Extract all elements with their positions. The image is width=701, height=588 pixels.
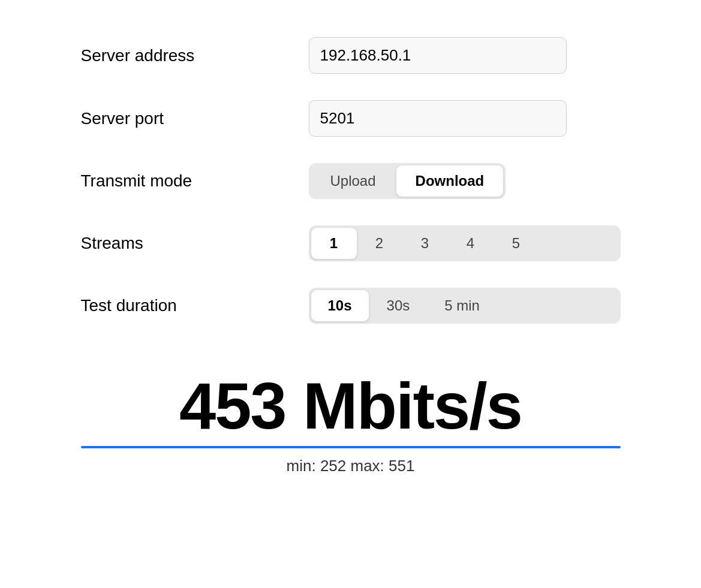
test-duration-row: Test duration 10s 30s 5 min bbox=[81, 275, 621, 337]
stream-5-button[interactable]: 5 bbox=[494, 228, 539, 259]
test-duration-label: Test duration bbox=[81, 296, 309, 315]
duration-10s-button[interactable]: 10s bbox=[311, 290, 369, 321]
server-address-label: Server address bbox=[81, 46, 309, 65]
duration-30s-button[interactable]: 30s bbox=[370, 290, 427, 321]
streams-control: 1 2 3 4 5 bbox=[309, 225, 621, 261]
streams-label: Streams bbox=[81, 234, 309, 253]
transmit-mode-control: Upload Download bbox=[309, 163, 621, 199]
result-container: 453 Mbits/s min: 252 max: 551 bbox=[81, 373, 621, 475]
result-value: 453 Mbits/s bbox=[179, 373, 522, 439]
stream-2-button[interactable]: 2 bbox=[357, 228, 402, 259]
server-address-input[interactable] bbox=[309, 37, 567, 74]
transmit-mode-segmented: Upload Download bbox=[309, 163, 506, 199]
server-address-control bbox=[309, 37, 621, 74]
stream-3-button[interactable]: 3 bbox=[402, 228, 448, 259]
result-stats: min: 252 max: 551 bbox=[287, 457, 415, 475]
transmit-mode-row: Transmit mode Upload Download bbox=[81, 150, 621, 212]
server-port-row: Server port bbox=[81, 87, 621, 150]
upload-mode-button[interactable]: Upload bbox=[311, 165, 395, 197]
server-port-input[interactable] bbox=[309, 100, 567, 137]
duration-segmented: 10s 30s 5 min bbox=[309, 288, 621, 324]
result-bar bbox=[81, 446, 621, 448]
duration-5min-button[interactable]: 5 min bbox=[428, 290, 497, 321]
server-port-label: Server port bbox=[81, 109, 309, 128]
server-address-row: Server address bbox=[81, 24, 621, 87]
stream-1-button[interactable]: 1 bbox=[311, 228, 357, 259]
server-port-control bbox=[309, 100, 621, 137]
streams-row: Streams 1 2 3 4 5 bbox=[81, 212, 621, 275]
transmit-mode-label: Transmit mode bbox=[81, 171, 309, 191]
test-duration-control: 10s 30s 5 min bbox=[309, 288, 621, 324]
download-mode-button[interactable]: Download bbox=[396, 165, 504, 197]
streams-segmented: 1 2 3 4 5 bbox=[309, 225, 621, 261]
stream-4-button[interactable]: 4 bbox=[448, 228, 494, 259]
settings-form: Server address Server port Transmit mode… bbox=[81, 24, 621, 337]
